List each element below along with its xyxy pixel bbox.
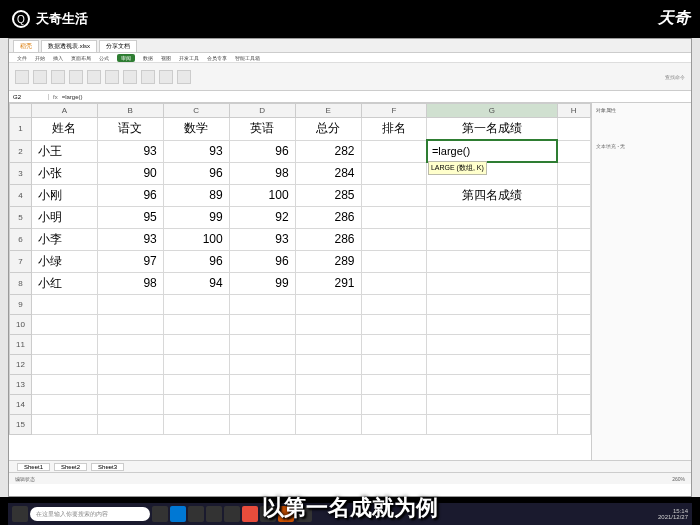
row-2[interactable]: 2	[10, 140, 32, 162]
cell[interactable]: 总分	[295, 118, 361, 141]
taskbar-search[interactable]: 在这里输入你要搜索的内容	[30, 507, 150, 521]
row-9[interactable]: 9	[10, 294, 32, 314]
menu-view[interactable]: 视图	[161, 55, 171, 61]
ribbon-align-icon[interactable]	[87, 70, 101, 84]
row-15[interactable]: 15	[10, 414, 32, 434]
row-5[interactable]: 5	[10, 206, 32, 228]
ribbon-paste-icon[interactable]	[15, 70, 29, 84]
cell[interactable]	[31, 314, 97, 334]
cell[interactable]	[557, 206, 591, 228]
ribbon-sort-icon[interactable]	[177, 70, 191, 84]
cell[interactable]	[163, 374, 229, 394]
cell[interactable]	[295, 294, 361, 314]
cell[interactable]	[557, 228, 591, 250]
row-8[interactable]: 8	[10, 272, 32, 294]
row-4[interactable]: 4	[10, 184, 32, 206]
cell[interactable]: 96	[97, 184, 163, 206]
edge-icon[interactable]	[170, 506, 186, 522]
cell[interactable]	[361, 394, 427, 414]
col-a[interactable]: A	[31, 104, 97, 118]
cell[interactable]	[97, 354, 163, 374]
col-h[interactable]: H	[557, 104, 591, 118]
tab-workbook[interactable]: 数据透视表.xlsx	[41, 40, 97, 52]
app-icon[interactable]	[224, 506, 240, 522]
cell[interactable]	[163, 354, 229, 374]
cell[interactable]: 282	[295, 140, 361, 162]
cell[interactable]: 小明	[31, 206, 97, 228]
cell[interactable]	[427, 206, 557, 228]
cell[interactable]	[427, 228, 557, 250]
cell[interactable]	[97, 394, 163, 414]
col-d[interactable]: D	[229, 104, 295, 118]
cell[interactable]	[427, 374, 557, 394]
cell[interactable]	[427, 294, 557, 314]
app-icon[interactable]	[206, 506, 222, 522]
cell[interactable]	[427, 394, 557, 414]
cell[interactable]	[361, 334, 427, 354]
cell[interactable]: 99	[163, 206, 229, 228]
cell[interactable]	[361, 162, 427, 184]
cell[interactable]	[427, 272, 557, 294]
cell[interactable]	[31, 334, 97, 354]
cell[interactable]	[97, 374, 163, 394]
fx-icon[interactable]: fx	[49, 94, 62, 100]
cell[interactable]	[557, 414, 591, 434]
cell[interactable]	[557, 354, 591, 374]
col-e[interactable]: E	[295, 104, 361, 118]
cell[interactable]: 第一名成绩	[427, 118, 557, 141]
cell[interactable]	[361, 414, 427, 434]
sheet-tab-3[interactable]: Sheet3	[91, 463, 124, 471]
wps-icon[interactable]	[278, 506, 294, 522]
cell[interactable]	[163, 294, 229, 314]
cell[interactable]	[361, 272, 427, 294]
menu-insert[interactable]: 插入	[53, 55, 63, 61]
cell[interactable]	[229, 314, 295, 334]
row-14[interactable]: 14	[10, 394, 32, 414]
cell[interactable]	[557, 272, 591, 294]
row-10[interactable]: 10	[10, 314, 32, 334]
col-g[interactable]: G	[427, 104, 557, 118]
cell[interactable]	[557, 314, 591, 334]
cell[interactable]	[295, 414, 361, 434]
menu-layout[interactable]: 页面布局	[71, 55, 91, 61]
cell[interactable]	[31, 374, 97, 394]
row-7[interactable]: 7	[10, 250, 32, 272]
cell[interactable]	[361, 314, 427, 334]
cell[interactable]: 93	[229, 228, 295, 250]
cell[interactable]: 286	[295, 228, 361, 250]
cell[interactable]: 93	[163, 140, 229, 162]
col-f[interactable]: F	[361, 104, 427, 118]
cell[interactable]	[361, 140, 427, 162]
cell[interactable]	[295, 374, 361, 394]
cell[interactable]	[31, 294, 97, 314]
cell[interactable]: 289	[295, 250, 361, 272]
cell[interactable]: 97	[97, 250, 163, 272]
cell[interactable]	[229, 294, 295, 314]
cell[interactable]: 100	[163, 228, 229, 250]
tab-share[interactable]: 分享文档	[99, 40, 137, 52]
cell[interactable]	[361, 228, 427, 250]
start-icon[interactable]	[12, 506, 28, 522]
select-all-cell[interactable]	[10, 104, 32, 118]
row-6[interactable]: 6	[10, 228, 32, 250]
cell[interactable]	[163, 334, 229, 354]
cortana-icon[interactable]	[152, 506, 168, 522]
cell[interactable]	[557, 334, 591, 354]
menu-review[interactable]: 审阅	[117, 54, 135, 62]
cell[interactable]	[31, 394, 97, 414]
cell[interactable]	[229, 414, 295, 434]
ribbon-bold-icon[interactable]	[69, 70, 83, 84]
cell[interactable]: 小绿	[31, 250, 97, 272]
cell[interactable]	[557, 184, 591, 206]
cell[interactable]	[31, 354, 97, 374]
cell[interactable]	[557, 140, 591, 162]
formula-input[interactable]: =large()	[62, 94, 83, 100]
menu-start[interactable]: 开始	[35, 55, 45, 61]
zoom-level[interactable]: 260%	[672, 476, 685, 482]
cell[interactable]	[229, 334, 295, 354]
cell[interactable]: 284	[295, 162, 361, 184]
ribbon-format-icon[interactable]	[123, 70, 137, 84]
col-b[interactable]: B	[97, 104, 163, 118]
sheet-tab-1[interactable]: Sheet1	[17, 463, 50, 471]
cell[interactable]: 第四名成绩	[427, 184, 557, 206]
